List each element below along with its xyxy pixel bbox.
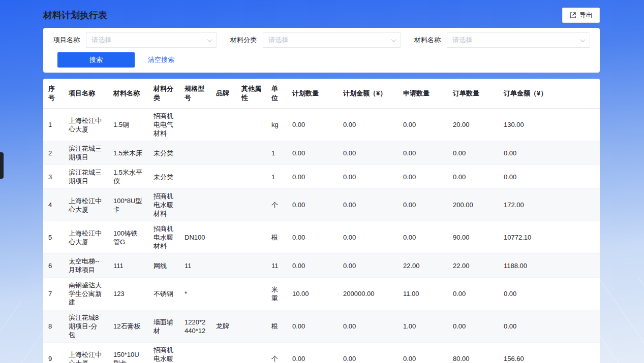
table-row[interactable]: 6太空电梯--月球项目111网线11110.000.0022.0022.0011… (43, 254, 600, 278)
table-cell: 4 (43, 189, 64, 221)
table-cell: 龙牌 (211, 310, 236, 343)
table-cell (179, 141, 211, 165)
table-cell: 0.00 (398, 165, 448, 189)
column-header: 申请数量 (398, 79, 448, 109)
clear-search-link[interactable]: 清空搜索 (148, 55, 174, 64)
main-content: 材料计划执行表 导出 项目名称请选择材料分类请选择材料名称请选择 搜索 清空搜索… (43, 0, 600, 363)
filter-actions: 搜索 清空搜索 (53, 52, 590, 68)
table-cell (236, 343, 266, 363)
table-cell (211, 221, 236, 254)
data-table: 序号项目名称材料名称材料分类规格型号品牌其他属性单位计划数量计划金额（¥）申请数… (43, 79, 600, 363)
project-name-select[interactable]: 请选择 (86, 32, 217, 48)
table-cell: 156.60 (499, 343, 600, 363)
table-cell: 招商机电水暖材料 (148, 221, 179, 254)
column-header: 项目名称 (64, 79, 108, 109)
table-cell (179, 109, 211, 141)
chevron-down-icon (391, 37, 396, 42)
table-cell: 0.00 (398, 141, 448, 165)
table-cell (211, 254, 236, 278)
select-placeholder: 请选择 (91, 36, 111, 45)
table-row[interactable]: 7南钢盛达大学生公寓新建123不锈钢*米重10.00200000.0011.00… (43, 278, 600, 310)
table-row[interactable]: 2滨江花城三期项目1.5米木床未分类10.000.000.000.000.00 (43, 141, 600, 165)
table-cell: 20.00 (448, 109, 499, 141)
table-cell: 滨江花城8期项目-分包 (64, 310, 108, 343)
filter-group-material-category: 材料分类请选择 (230, 32, 401, 48)
table-cell: 12石膏板 (108, 310, 148, 343)
table-cell: 6 (43, 254, 64, 278)
table-cell: 0.00 (287, 141, 338, 165)
table-cell: 1.5米木床 (108, 141, 148, 165)
table-body: 1上海松江中心大厦1.5钢招商机电电气材料kg0.000.000.0020.00… (43, 109, 600, 363)
column-header: 品牌 (211, 79, 236, 109)
column-header: 规格型号 (179, 79, 211, 109)
table-row[interactable]: 9上海松江中心大厦150*10U型卡招商机电水暖材料个0.000.000.008… (43, 343, 600, 363)
table-cell: 200.00 (448, 189, 499, 221)
table-cell: 150*10U型卡 (108, 343, 148, 363)
table-cell: 个 (266, 189, 287, 221)
table-cell: 100*8U型卡 (108, 189, 148, 221)
column-header: 计划金额（¥） (338, 79, 398, 109)
table-cell: 0.00 (499, 141, 600, 165)
table-cell: kg (266, 109, 287, 141)
table-cell: 0.00 (287, 254, 338, 278)
table-cell: 123 (108, 278, 148, 310)
table-cell: 不锈钢 (148, 278, 179, 310)
table-row[interactable]: 4上海松江中心大厦100*8U型卡招商机电水暖材料个0.000.000.0020… (43, 189, 600, 221)
material-category-select[interactable]: 请选择 (263, 32, 401, 48)
table-cell: 1 (266, 141, 287, 165)
table-header-row: 序号项目名称材料名称材料分类规格型号品牌其他属性单位计划数量计划金额（¥）申请数… (43, 79, 600, 109)
filter-panel: 项目名称请选择材料分类请选择材料名称请选择 搜索 清空搜索 (43, 28, 600, 73)
material-category-label: 材料分类 (230, 36, 257, 45)
table-cell: 0.00 (287, 189, 338, 221)
search-button[interactable]: 搜索 (57, 52, 135, 68)
table-cell: 未分类 (148, 165, 179, 189)
table-cell: 3 (43, 165, 64, 189)
table-cell: 上海松江中心大厦 (64, 189, 108, 221)
page-title: 材料计划执行表 (43, 9, 107, 21)
select-placeholder: 请选择 (452, 36, 472, 45)
table-row[interactable]: 5上海松江中心大厦100铸铁管G招商机电水暖材料DN100根0.000.000.… (43, 221, 600, 254)
table-cell: 0.00 (338, 221, 398, 254)
table-cell: 8 (43, 310, 64, 343)
table-cell: 1 (43, 109, 64, 141)
table-cell: 0.00 (338, 254, 398, 278)
table-cell: 130.00 (499, 109, 600, 141)
table-row[interactable]: 3滨江花城三期项目1.5米水平仪未分类10.000.000.000.000.00 (43, 165, 600, 189)
table-cell (236, 141, 266, 165)
table-cell: 9 (43, 343, 64, 363)
table-cell: 上海松江中心大厦 (64, 109, 108, 141)
filter-group-project-name: 项目名称请选择 (53, 32, 217, 48)
table-row[interactable]: 8滨江花城8期项目-分包12石膏板墙面辅材1220*2440*12龙牌根0.00… (43, 310, 600, 343)
table-cell (236, 278, 266, 310)
column-header: 单位 (266, 79, 287, 109)
export-button-label: 导出 (579, 11, 593, 20)
table-cell: 0.00 (499, 165, 600, 189)
export-button[interactable]: 导出 (562, 8, 600, 23)
table-cell: 10772.10 (499, 221, 600, 254)
chevron-down-icon (580, 37, 586, 42)
table-cell: 172.00 (499, 189, 600, 221)
table-cell: 0.00 (338, 310, 398, 343)
column-header: 计划数量 (287, 79, 338, 109)
table-cell: 未分类 (148, 141, 179, 165)
table-cell: DN100 (179, 221, 211, 254)
table-row[interactable]: 1上海松江中心大厦1.5钢招商机电电气材料kg0.000.000.0020.00… (43, 109, 600, 141)
table-cell: 根 (266, 221, 287, 254)
material-name-select[interactable]: 请选择 (447, 32, 590, 48)
drawer-handle[interactable] (0, 152, 4, 179)
table-cell: 0.00 (398, 221, 448, 254)
table-cell (236, 109, 266, 141)
project-name-label: 项目名称 (53, 36, 80, 45)
table-cell (211, 165, 236, 189)
table-cell: 0.00 (398, 343, 448, 363)
table-cell: * (179, 278, 211, 310)
table-cell: 0.00 (338, 109, 398, 141)
column-header: 订单数量 (448, 79, 499, 109)
table-cell: 0.00 (448, 278, 499, 310)
table-cell: 1.00 (398, 310, 448, 343)
table-cell: 1188.00 (499, 254, 600, 278)
table-cell: 0.00 (287, 343, 338, 363)
table-cell: 111 (108, 254, 148, 278)
column-header: 其他属性 (236, 79, 266, 109)
table-cell: 1 (266, 165, 287, 189)
